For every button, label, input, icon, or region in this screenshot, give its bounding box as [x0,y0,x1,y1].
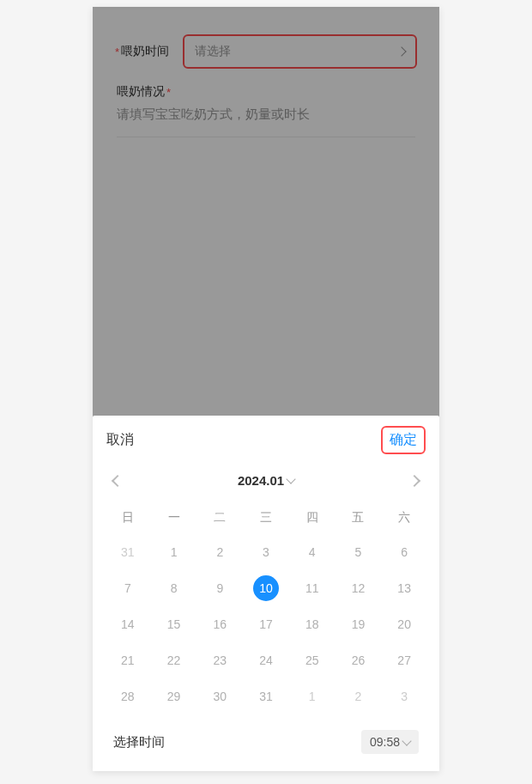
day-cell[interactable]: 2 [198,536,241,568]
day-cell[interactable]: 22 [153,644,196,677]
day-cell[interactable]: 4 [291,536,334,568]
day-cell[interactable]: 23 [198,644,241,677]
form-area: * 喂奶时间 请选择 喂奶情况 * 请填写宝宝吃奶方式，奶量或时长 [93,7,439,137]
day-cell[interactable]: 3 [245,536,287,568]
day-cell[interactable]: 24 [245,644,287,677]
day-cell[interactable]: 29 [153,680,196,713]
cancel-button[interactable]: 取消 [106,431,134,449]
day-cell[interactable]: 10 [245,572,287,605]
day-cell[interactable]: 31 [106,536,149,568]
day-cell[interactable]: 3 [383,680,426,713]
app-container: * 喂奶时间 请选择 喂奶情况 * 请填写宝宝吃奶方式，奶量或时长 取消 确定 [93,7,439,771]
picker-header: 取消 确定 [93,416,439,465]
day-cell[interactable]: 1 [153,536,196,568]
time-selector[interactable]: 09:58 [361,730,419,754]
feed-time-label: 喂奶时间 [121,44,179,59]
day-cell[interactable]: 25 [291,644,334,677]
next-month-button[interactable] [408,474,420,486]
month-selector[interactable]: 2024.01 [238,473,294,488]
feed-situation-section: 喂奶情况 * 请填写宝宝吃奶方式，奶量或时长 [117,79,415,137]
day-cell[interactable]: 8 [153,572,196,605]
day-cell[interactable]: 16 [198,608,241,641]
feed-time-select[interactable]: 请选择 [183,34,417,69]
day-cell[interactable]: 28 [106,680,149,713]
day-cell[interactable]: 5 [337,536,380,568]
day-cell[interactable]: 7 [106,572,149,605]
feed-time-row: * 喂奶时间 请选择 [93,7,439,79]
required-star-icon: * [166,86,171,99]
day-cell[interactable]: 20 [383,608,426,641]
weekday-header: 六 [383,503,426,532]
day-cell[interactable]: 14 [106,608,149,641]
day-cell[interactable]: 26 [337,644,380,677]
day-cell[interactable]: 27 [383,644,426,677]
day-cell[interactable]: 30 [198,680,241,713]
weekday-header: 日 [106,503,149,532]
day-cell[interactable]: 11 [291,572,334,605]
day-cell[interactable]: 18 [291,608,334,641]
feed-situation-label: 喂奶情况 [117,84,165,100]
month-label-text: 2024.01 [238,473,284,488]
weekday-header: 二 [198,503,241,532]
day-cell[interactable]: 9 [198,572,241,605]
weekday-header: 四 [291,503,334,532]
weekday-header: 五 [337,503,380,532]
date-picker-sheet: 取消 确定 2024.01 日一二三四五六3112345678910111213… [93,416,439,771]
time-value: 09:58 [370,735,400,749]
feed-time-placeholder: 请选择 [195,44,231,59]
required-star-icon: * [115,46,119,58]
day-cell[interactable]: 13 [383,572,426,605]
weekday-header: 三 [245,503,287,532]
day-cell[interactable]: 19 [337,608,380,641]
day-cell[interactable]: 21 [106,644,149,677]
day-cell[interactable]: 6 [383,536,426,568]
weekday-header: 一 [153,503,196,532]
day-cell[interactable]: 15 [153,608,196,641]
day-cell[interactable]: 17 [245,608,287,641]
prev-month-button[interactable] [112,474,124,486]
feed-situation-label-row: 喂奶情况 * [117,84,415,100]
confirm-button[interactable]: 确定 [381,426,426,454]
day-cell[interactable]: 12 [337,572,380,605]
day-cell[interactable]: 2 [337,680,380,713]
feed-situation-textarea[interactable]: 请填写宝宝吃奶方式，奶量或时长 [117,105,415,125]
time-label: 选择时间 [113,734,165,751]
day-cell[interactable]: 1 [291,680,334,713]
chevron-down-icon [402,736,411,745]
chevron-right-icon [396,46,406,56]
day-cell[interactable]: 31 [245,680,287,713]
time-selector-row: 选择时间 09:58 [93,720,439,771]
month-navigation: 2024.01 [93,465,439,496]
chevron-down-icon [286,474,295,483]
calendar-grid: 日一二三四五六311234567891011121314151617181920… [93,496,439,720]
